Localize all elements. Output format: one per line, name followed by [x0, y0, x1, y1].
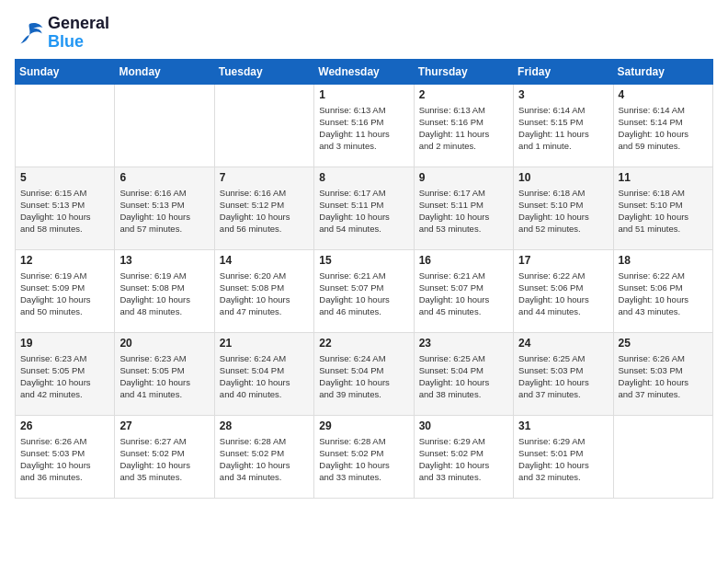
calendar-week-2: 5Sunrise: 6:15 AM Sunset: 5:13 PM Daylig…	[16, 167, 713, 249]
day-info: Sunrise: 6:17 AM Sunset: 5:11 PM Dayligh…	[419, 187, 508, 236]
calendar-week-4: 19Sunrise: 6:23 AM Sunset: 5:05 PM Dayli…	[16, 332, 713, 415]
day-number: 26	[20, 419, 109, 432]
page-header: GeneralBlue	[15, 15, 713, 52]
calendar-cell: 23Sunrise: 6:25 AM Sunset: 5:04 PM Dayli…	[414, 332, 513, 415]
day-number: 4	[619, 88, 708, 101]
calendar-cell	[115, 84, 214, 167]
day-info: Sunrise: 6:18 AM Sunset: 5:10 PM Dayligh…	[518, 187, 608, 236]
day-info: Sunrise: 6:24 AM Sunset: 5:04 PM Dayligh…	[319, 352, 408, 401]
day-info: Sunrise: 6:23 AM Sunset: 5:05 PM Dayligh…	[119, 352, 209, 401]
calendar-table: SundayMondayTuesdayWednesdayThursdayFrid…	[15, 59, 713, 499]
calendar-cell	[613, 415, 712, 498]
calendar-cell: 17Sunrise: 6:22 AM Sunset: 5:06 PM Dayli…	[514, 249, 613, 332]
calendar-cell: 5Sunrise: 6:15 AM Sunset: 5:13 PM Daylig…	[16, 167, 115, 249]
day-info: Sunrise: 6:21 AM Sunset: 5:07 PM Dayligh…	[319, 270, 408, 318]
day-number: 3	[518, 88, 608, 101]
calendar-cell: 24Sunrise: 6:25 AM Sunset: 5:03 PM Dayli…	[514, 332, 613, 415]
weekday-header-thursday: Thursday	[414, 59, 513, 84]
day-info: Sunrise: 6:19 AM Sunset: 5:08 PM Dayligh…	[119, 270, 209, 318]
calendar-cell: 21Sunrise: 6:24 AM Sunset: 5:04 PM Dayli…	[214, 332, 313, 415]
weekday-header-friday: Friday	[514, 59, 613, 84]
day-info: Sunrise: 6:13 AM Sunset: 5:16 PM Dayligh…	[319, 104, 408, 153]
day-info: Sunrise: 6:13 AM Sunset: 5:16 PM Dayligh…	[419, 104, 508, 153]
calendar-cell: 27Sunrise: 6:27 AM Sunset: 5:02 PM Dayli…	[115, 415, 214, 498]
day-info: Sunrise: 6:19 AM Sunset: 5:09 PM Dayligh…	[20, 270, 109, 318]
calendar-cell: 30Sunrise: 6:29 AM Sunset: 5:02 PM Dayli…	[414, 415, 513, 498]
calendar-cell: 7Sunrise: 6:16 AM Sunset: 5:12 PM Daylig…	[214, 167, 313, 249]
day-info: Sunrise: 6:14 AM Sunset: 5:15 PM Dayligh…	[518, 104, 608, 153]
calendar-cell: 18Sunrise: 6:22 AM Sunset: 5:06 PM Dayli…	[613, 249, 712, 332]
day-number: 18	[619, 254, 708, 267]
day-info: Sunrise: 6:16 AM Sunset: 5:12 PM Dayligh…	[220, 187, 309, 236]
calendar-cell: 15Sunrise: 6:21 AM Sunset: 5:07 PM Dayli…	[314, 249, 414, 332]
calendar-cell: 20Sunrise: 6:23 AM Sunset: 5:05 PM Dayli…	[115, 332, 214, 415]
day-number: 14	[220, 254, 309, 267]
logo: GeneralBlue	[15, 15, 109, 52]
day-info: Sunrise: 6:15 AM Sunset: 5:13 PM Dayligh…	[20, 187, 109, 236]
calendar-cell: 4Sunrise: 6:14 AM Sunset: 5:14 PM Daylig…	[613, 84, 712, 167]
calendar-cell: 1Sunrise: 6:13 AM Sunset: 5:16 PM Daylig…	[314, 84, 414, 167]
day-info: Sunrise: 6:22 AM Sunset: 5:06 PM Dayligh…	[518, 270, 608, 318]
day-number: 19	[20, 337, 109, 350]
calendar-cell: 25Sunrise: 6:26 AM Sunset: 5:03 PM Dayli…	[613, 332, 712, 415]
weekday-header-sunday: Sunday	[16, 59, 115, 84]
calendar-cell: 11Sunrise: 6:18 AM Sunset: 5:10 PM Dayli…	[613, 167, 712, 249]
calendar-cell	[16, 84, 115, 167]
day-info: Sunrise: 6:26 AM Sunset: 5:03 PM Dayligh…	[619, 352, 708, 401]
day-info: Sunrise: 6:21 AM Sunset: 5:07 PM Dayligh…	[419, 270, 508, 318]
logo-text: GeneralBlue	[48, 15, 109, 52]
calendar-week-3: 12Sunrise: 6:19 AM Sunset: 5:09 PM Dayli…	[16, 249, 713, 332]
calendar-cell: 8Sunrise: 6:17 AM Sunset: 5:11 PM Daylig…	[314, 167, 414, 249]
weekday-header-monday: Monday	[115, 59, 214, 84]
day-info: Sunrise: 6:26 AM Sunset: 5:03 PM Dayligh…	[20, 435, 109, 484]
calendar-cell: 26Sunrise: 6:26 AM Sunset: 5:03 PM Dayli…	[16, 415, 115, 498]
day-info: Sunrise: 6:20 AM Sunset: 5:08 PM Dayligh…	[220, 270, 309, 318]
day-info: Sunrise: 6:16 AM Sunset: 5:13 PM Dayligh…	[119, 187, 209, 236]
calendar-week-1: 1Sunrise: 6:13 AM Sunset: 5:16 PM Daylig…	[16, 84, 713, 167]
day-number: 10	[518, 171, 608, 184]
calendar-cell: 31Sunrise: 6:29 AM Sunset: 5:01 PM Dayli…	[514, 415, 613, 498]
day-info: Sunrise: 6:22 AM Sunset: 5:06 PM Dayligh…	[619, 270, 708, 318]
day-number: 27	[119, 419, 209, 432]
day-number: 16	[419, 254, 508, 267]
day-number: 6	[119, 171, 209, 184]
day-number: 1	[319, 88, 408, 101]
day-info: Sunrise: 6:17 AM Sunset: 5:11 PM Dayligh…	[319, 187, 408, 236]
calendar-cell: 28Sunrise: 6:28 AM Sunset: 5:02 PM Dayli…	[214, 415, 313, 498]
calendar-cell: 19Sunrise: 6:23 AM Sunset: 5:05 PM Dayli…	[16, 332, 115, 415]
day-number: 12	[20, 254, 109, 267]
day-number: 29	[319, 419, 408, 432]
weekday-header-tuesday: Tuesday	[214, 59, 313, 84]
day-info: Sunrise: 6:25 AM Sunset: 5:04 PM Dayligh…	[419, 352, 508, 401]
day-number: 13	[119, 254, 209, 267]
day-number: 20	[119, 337, 209, 350]
day-info: Sunrise: 6:23 AM Sunset: 5:05 PM Dayligh…	[20, 352, 109, 401]
day-info: Sunrise: 6:27 AM Sunset: 5:02 PM Dayligh…	[119, 435, 209, 484]
weekday-header-row: SundayMondayTuesdayWednesdayThursdayFrid…	[16, 59, 713, 84]
day-number: 5	[20, 171, 109, 184]
day-info: Sunrise: 6:14 AM Sunset: 5:14 PM Dayligh…	[619, 104, 708, 153]
calendar-cell: 12Sunrise: 6:19 AM Sunset: 5:09 PM Dayli…	[16, 249, 115, 332]
day-number: 21	[220, 337, 309, 350]
day-info: Sunrise: 6:25 AM Sunset: 5:03 PM Dayligh…	[518, 352, 608, 401]
calendar-cell: 14Sunrise: 6:20 AM Sunset: 5:08 PM Dayli…	[214, 249, 313, 332]
day-number: 2	[419, 88, 508, 101]
calendar-cell	[214, 84, 313, 167]
calendar-cell: 22Sunrise: 6:24 AM Sunset: 5:04 PM Dayli…	[314, 332, 414, 415]
calendar-cell: 2Sunrise: 6:13 AM Sunset: 5:16 PM Daylig…	[414, 84, 513, 167]
weekday-header-wednesday: Wednesday	[314, 59, 414, 84]
day-number: 7	[220, 171, 309, 184]
day-number: 28	[220, 419, 309, 432]
calendar-week-5: 26Sunrise: 6:26 AM Sunset: 5:03 PM Dayli…	[16, 415, 713, 498]
calendar-cell: 9Sunrise: 6:17 AM Sunset: 5:11 PM Daylig…	[414, 167, 513, 249]
day-number: 9	[419, 171, 508, 184]
calendar-cell: 29Sunrise: 6:28 AM Sunset: 5:02 PM Dayli…	[314, 415, 414, 498]
day-number: 24	[518, 337, 608, 350]
calendar-cell: 16Sunrise: 6:21 AM Sunset: 5:07 PM Dayli…	[414, 249, 513, 332]
day-number: 17	[518, 254, 608, 267]
calendar-cell: 3Sunrise: 6:14 AM Sunset: 5:15 PM Daylig…	[514, 84, 613, 167]
day-number: 25	[619, 337, 708, 350]
logo-bird-icon	[15, 20, 44, 46]
calendar-cell: 13Sunrise: 6:19 AM Sunset: 5:08 PM Dayli…	[115, 249, 214, 332]
day-info: Sunrise: 6:28 AM Sunset: 5:02 PM Dayligh…	[220, 435, 309, 484]
